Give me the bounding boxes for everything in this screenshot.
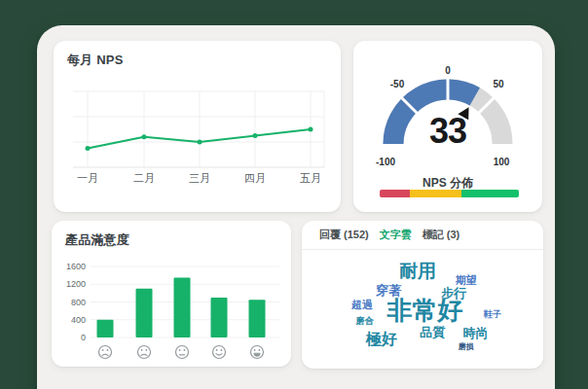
wordcloud-word: 期望 — [456, 274, 477, 285]
frown-face-icon — [99, 346, 112, 359]
wordcloud-area: 耐用期望穿著步行超過非常好鞋子磨合品質時尚極好磨損 — [302, 250, 543, 369]
wordcloud-word: 穿著 — [376, 284, 401, 297]
monthly-nps-title: 每月 NPS — [67, 52, 124, 69]
dashboard-panel: 每月 NPS 一月二月三月四月五月 0 -50 50 -100 100 33 N… — [37, 25, 555, 389]
data-point-marker — [142, 134, 147, 139]
wordcloud-word: 耐用 — [399, 261, 436, 279]
wordcloud-tabs: 回覆 (152)文字雲標記 (3) — [302, 221, 543, 250]
nps-gauge-card: 0 -50 50 -100 100 33 NPS 分佈 — [353, 41, 542, 212]
y-axis-label: 1200 — [66, 279, 86, 289]
data-point-marker — [309, 127, 313, 132]
data-point-marker — [198, 140, 202, 145]
y-axis-label: 1600 — [66, 262, 86, 271]
gauge-value: 33 — [353, 111, 542, 152]
wordcloud-word: 磨損 — [459, 343, 474, 351]
gauge-tick-max: 100 — [494, 157, 510, 167]
wordcloud-word: 非常好 — [386, 298, 462, 323]
satisfaction-bar — [136, 289, 153, 337]
wordcloud-word: 超過 — [351, 300, 373, 310]
laugh-face-icon — [251, 346, 264, 359]
gauge-tick-0: 0 — [445, 65, 451, 76]
x-axis-label: 三月 — [189, 171, 210, 186]
data-point-marker — [86, 146, 91, 151]
neutral-face-icon — [176, 346, 189, 359]
satisfaction-card: 產品滿意度 160012008004000 — [52, 221, 291, 367]
wordcloud-word: 時尚 — [463, 327, 489, 339]
satisfaction-bar — [249, 300, 266, 337]
wordcloud-word: 品質 — [420, 326, 445, 338]
passives-segment — [410, 190, 461, 197]
x-axis-label: 四月 — [244, 171, 266, 186]
wordcloud-tab[interactable]: 文字雲 — [380, 228, 412, 242]
monthly-nps-card: 每月 NPS 一月二月三月四月五月 — [54, 41, 341, 212]
dashboard-page: { "theme": { "page_bg": "#294a3a", "pane… — [0, 0, 588, 389]
smile-face-icon — [213, 346, 226, 359]
satisfaction-bar — [211, 298, 228, 337]
replies-tab[interactable]: 回覆 (152) — [319, 228, 369, 242]
data-point-marker — [253, 133, 258, 138]
satisfaction-title: 產品滿意度 — [65, 231, 129, 249]
wordcloud-card: 回覆 (152)文字雲標記 (3) 耐用期望穿著步行超過非常好鞋子磨合品質時尚極… — [302, 221, 543, 369]
y-axis-label: 0 — [81, 333, 86, 342]
wordcloud-word: 磨合 — [355, 317, 373, 326]
satisfaction-bar — [174, 277, 191, 337]
wordcloud-word: 極好 — [366, 332, 397, 347]
x-axis-label: 五月 — [300, 171, 321, 186]
tags-tab[interactable]: 標記 (3) — [423, 228, 460, 242]
detractors-segment — [380, 190, 410, 197]
satisfaction-bar — [97, 320, 114, 337]
nps-distribution-bar — [380, 190, 519, 197]
y-axis-label: 400 — [71, 315, 86, 325]
x-axis-label: 一月 — [77, 171, 98, 186]
gauge-tick-neg50: -50 — [390, 79, 404, 89]
gauge-tick-min: -100 — [376, 157, 395, 167]
wordcloud-word: 鞋子 — [484, 309, 501, 318]
frown-face-icon — [138, 346, 151, 359]
promoters-segment — [461, 190, 519, 197]
y-axis-label: 800 — [71, 298, 86, 307]
satisfaction-chart: 160012008004000 — [59, 256, 283, 365]
gauge-tick-pos50: 50 — [493, 79, 503, 89]
monthly-nps-xlabels: 一月二月三月四月五月 — [54, 171, 341, 187]
x-axis-label: 二月 — [133, 171, 155, 186]
